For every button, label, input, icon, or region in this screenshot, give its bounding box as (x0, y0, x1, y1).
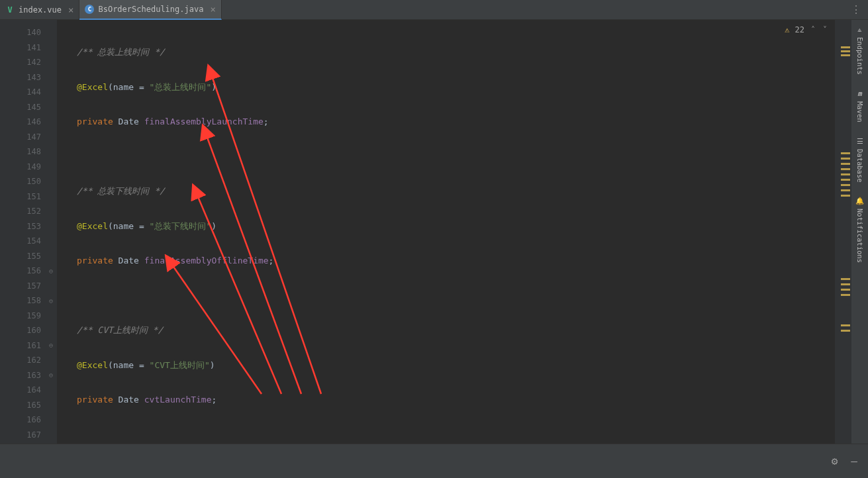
database-icon: ☰ (855, 136, 865, 146)
line-number[interactable]: 152 (0, 204, 57, 219)
tab-bsorderscheduling-java[interactable]: C BsOrderScheduling.java × (79, 0, 221, 20)
tab-label: BsOrderScheduling.java (98, 5, 203, 14)
line-number[interactable]: 144 (0, 85, 57, 100)
line-number[interactable]: 165 (0, 398, 57, 413)
tab-index-vue[interactable]: V index.vue × (0, 0, 79, 20)
error-stripe[interactable] (835, 20, 851, 444)
line-number[interactable]: 160 (0, 323, 57, 338)
warning-icon: ⚠ (785, 25, 789, 34)
prev-highlight-icon[interactable]: ˄ (810, 25, 816, 34)
close-icon[interactable]: × (68, 5, 73, 15)
code-area[interactable]: /** 总装上线时间 */ @Excel(name = "总装上线时间") pr… (57, 20, 835, 444)
java-class-icon: C (85, 5, 94, 14)
tool-endpoints[interactable]: ⟁ Endpoints (855, 24, 865, 75)
fold-icon[interactable]: ⊖ (49, 371, 53, 379)
tool-maven[interactable]: m Maven (855, 88, 865, 122)
line-number[interactable]: 153 (0, 219, 57, 234)
line-number[interactable]: 145 (0, 100, 57, 115)
line-number[interactable]: 140 (0, 25, 57, 40)
editor: 140 141 142 143 144 145 146 147 148 149 … (0, 20, 868, 444)
line-number[interactable]: 157 (0, 279, 57, 294)
tabs-menu-icon[interactable]: ⋮ (844, 3, 868, 16)
line-number[interactable]: 155 (0, 249, 57, 264)
right-tool-window-bar: ⟁ Endpoints m Maven ☰ Database 🔔 Notific… (851, 20, 868, 444)
line-number[interactable]: 164 (0, 383, 57, 398)
fold-icon[interactable]: ⊖ (49, 267, 53, 275)
tool-notifications[interactable]: 🔔 Notifications (855, 195, 865, 263)
line-number[interactable]: 150 (0, 174, 57, 189)
hide-tool-windows-icon[interactable]: — (851, 455, 857, 467)
line-number[interactable]: 142 (0, 55, 57, 70)
status-bar: ⚙ — (0, 444, 868, 478)
fold-icon[interactable]: ⊖ (49, 342, 53, 349)
line-number[interactable]: 148 (0, 144, 57, 160)
line-number[interactable]: 141 (0, 40, 57, 56)
editor-tabs: V index.vue × C BsOrderScheduling.java ×… (0, 0, 868, 20)
settings-icon[interactable]: ⚙ (832, 455, 838, 467)
endpoints-icon: ⟁ (855, 24, 865, 34)
line-number[interactable]: 156⊖ (0, 263, 57, 279)
next-highlight-icon[interactable]: ˅ (822, 25, 828, 34)
vue-file-icon: V (5, 5, 15, 15)
line-number[interactable]: 146 (0, 115, 57, 130)
line-number[interactable]: 158⊖ (0, 293, 57, 309)
line-number[interactable]: 143 (0, 70, 57, 85)
gutter[interactable]: 140 141 142 143 144 145 146 147 148 149 … (0, 20, 57, 444)
line-number[interactable]: 162💡 (0, 353, 57, 368)
line-number[interactable]: 166 (0, 412, 57, 428)
line-number[interactable]: 147 (0, 130, 57, 145)
line-number[interactable]: 154 (0, 234, 57, 249)
line-number[interactable]: 149 (0, 160, 57, 175)
tab-label: index.vue (19, 5, 62, 15)
line-number[interactable]: 159 (0, 309, 57, 324)
fold-icon[interactable]: ⊖ (49, 297, 53, 305)
warning-count: 22 (795, 25, 804, 34)
close-icon[interactable]: × (210, 4, 215, 15)
line-number[interactable]: 151 (0, 189, 57, 205)
line-number[interactable]: 161⊖ (0, 338, 57, 354)
tool-database[interactable]: ☰ Database (855, 136, 865, 183)
line-number[interactable]: 167 (0, 428, 57, 443)
inspection-status[interactable]: ⚠ 22 ˄ ˅ (785, 25, 828, 34)
maven-icon: m (855, 88, 865, 99)
bell-icon: 🔔 (855, 195, 865, 206)
line-number[interactable]: 163⊖ (0, 368, 57, 383)
